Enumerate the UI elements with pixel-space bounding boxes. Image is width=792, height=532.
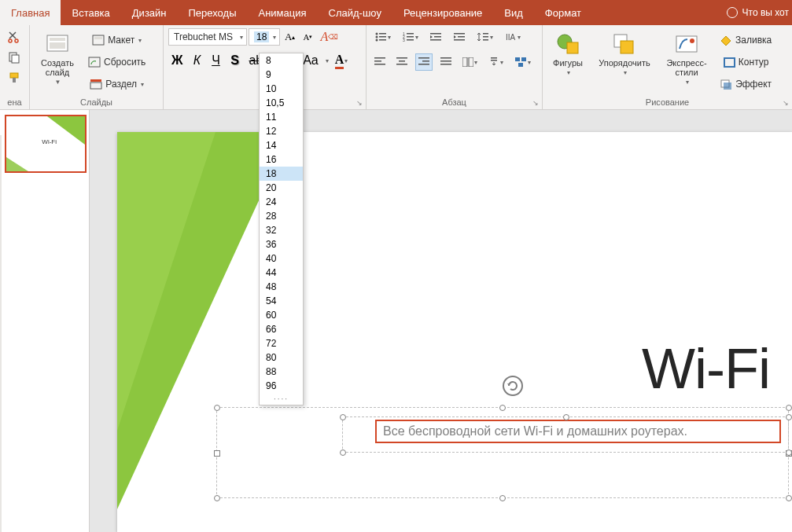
paragraph-dialog-launcher[interactable]: ↘	[531, 98, 540, 108]
font-dialog-launcher[interactable]: ↘	[355, 98, 364, 108]
font-size-option[interactable]: 48	[260, 280, 303, 294]
justify-button[interactable]	[437, 53, 455, 71]
underline-button[interactable]: Ч	[208, 52, 223, 69]
thumb-decoration	[6, 157, 28, 171]
reset-button[interactable]: Сбросить	[85, 53, 149, 71]
tab-view[interactable]: Вид	[493, 0, 534, 25]
increase-font-button[interactable]: A▴	[282, 28, 298, 46]
bullets-button[interactable]: ▾	[371, 28, 394, 46]
columns-button[interactable]: ▾	[459, 53, 481, 71]
selection-handle[interactable]	[214, 405, 220, 411]
font-size-option[interactable]: 44	[260, 266, 303, 280]
font-size-option[interactable]: 11	[260, 110, 303, 124]
tell-me[interactable]: Что вы хот	[727, 0, 789, 25]
font-size-option[interactable]: 20	[260, 181, 303, 195]
subtitle-textbox[interactable]: Все беспроводной сети Wi-Fi и домашних р…	[375, 420, 781, 443]
tab-format[interactable]: Формат	[534, 0, 592, 25]
font-size-option[interactable]: 14	[260, 138, 303, 152]
font-size-option[interactable]: 12	[260, 124, 303, 138]
align-text-button[interactable]: ▾	[485, 53, 507, 71]
tab-review[interactable]: Рецензирование	[392, 0, 493, 25]
slide-thumbnail-panel: Wi-Fi	[0, 110, 90, 532]
group-slides: Создать слайд ▼ Макет▾ Сбросить Раздел▾ …	[30, 25, 164, 109]
tab-design[interactable]: Дизайн	[121, 0, 178, 25]
font-size-option[interactable]: 8	[260, 53, 303, 68]
tab-insert[interactable]: Вставка	[61, 0, 120, 25]
tab-slideshow[interactable]: Слайд-шоу	[318, 0, 392, 25]
shape-effects-button[interactable]: Эффект	[717, 75, 775, 93]
slide-canvas-area[interactable]: Wi-Fi Все беспроводной сети Wi-Fi и дома…	[90, 110, 792, 532]
font-size-option[interactable]: 9	[260, 68, 303, 82]
tab-animation[interactable]: Анимация	[248, 0, 318, 25]
font-size-option[interactable]: 24	[260, 195, 303, 209]
font-color-button[interactable]: A▾	[332, 52, 352, 69]
clear-formatting-button[interactable]: A⌫	[317, 28, 341, 46]
svg-rect-23	[407, 36, 414, 38]
font-size-option[interactable]: 72	[260, 336, 303, 350]
increase-indent-button[interactable]	[450, 28, 469, 46]
smartart-button[interactable]: ▾	[511, 53, 534, 71]
font-size-dropdown[interactable]: 891010,511121416182024283236404448546066…	[259, 53, 304, 405]
slide-title[interactable]: Wi-Fi	[642, 336, 770, 401]
slide[interactable]: Wi-Fi Все беспроводной сети Wi-Fi и дома…	[117, 132, 792, 532]
quick-styles-button[interactable]: Экспресс-стили▾	[661, 28, 713, 96]
font-size-option[interactable]: 18	[260, 167, 303, 181]
selection-handle[interactable]	[340, 414, 346, 420]
font-size-option[interactable]: 28	[260, 209, 303, 223]
font-size-combo[interactable]: 18▾	[249, 28, 280, 46]
shape-outline-button[interactable]: Контур	[717, 53, 775, 71]
font-size-option[interactable]: 32	[260, 223, 303, 237]
font-family-combo[interactable]: Trebuchet MS▾	[168, 28, 247, 46]
italic-button[interactable]: К	[189, 52, 204, 69]
arrange-button[interactable]: Упорядочить▾	[593, 28, 656, 96]
selection-handle[interactable]	[786, 414, 792, 420]
selection-handle[interactable]	[214, 495, 220, 501]
new-slide-button[interactable]: Создать слайд ▼	[35, 28, 80, 96]
selection-handle[interactable]	[786, 495, 792, 501]
shapes-button[interactable]: Фигуры▾	[547, 28, 588, 96]
font-size-option[interactable]: 80	[260, 350, 303, 365]
font-size-option[interactable]: 10,5	[260, 96, 303, 110]
font-size-option[interactable]: 54	[260, 294, 303, 308]
font-size-option[interactable]: 40	[260, 251, 303, 266]
format-painter-button[interactable]	[5, 69, 24, 86]
selection-handle[interactable]	[563, 414, 569, 420]
line-spacing-button[interactable]: ▾	[473, 28, 496, 46]
tab-transitions[interactable]: Переходы	[178, 0, 248, 25]
layout-button[interactable]: Макет▾	[85, 31, 149, 49]
align-left-button[interactable]	[371, 53, 389, 71]
font-size-option[interactable]: 60	[260, 308, 303, 322]
selection-handle[interactable]	[786, 449, 792, 456]
align-center-button[interactable]	[393, 53, 411, 71]
font-size-option[interactable]: 16	[260, 152, 303, 167]
text-shadow-button[interactable]: S	[227, 52, 242, 69]
text-direction-button[interactable]: IIA▾	[501, 28, 524, 46]
selection-handle[interactable]	[214, 450, 220, 457]
numbering-button[interactable]: 123▾	[399, 28, 422, 46]
font-size-option[interactable]: 96	[260, 379, 303, 393]
tab-home[interactable]: Главная	[0, 0, 61, 25]
arrange-icon	[612, 31, 637, 57]
font-size-more[interactable]: ····	[260, 393, 303, 405]
cut-button[interactable]	[5, 28, 24, 46]
bold-button[interactable]: Ж	[168, 52, 186, 69]
font-size-option[interactable]: 88	[260, 365, 303, 379]
font-size-option[interactable]: 36	[260, 237, 303, 251]
selection-handle[interactable]	[340, 449, 346, 456]
font-size-option[interactable]: 10	[260, 82, 303, 96]
section-button[interactable]: Раздел▾	[85, 75, 149, 93]
svg-rect-27	[434, 36, 441, 38]
align-right-button[interactable]	[415, 53, 433, 71]
shape-fill-button[interactable]: Заливка	[717, 31, 775, 49]
selection-handle[interactable]	[499, 495, 506, 501]
selection-handle[interactable]	[786, 405, 792, 411]
selection-handle[interactable]	[499, 405, 506, 411]
drawing-dialog-launcher[interactable]: ↘	[781, 98, 790, 108]
rotate-handle[interactable]	[503, 376, 523, 396]
subtitle-text[interactable]: Все беспроводной сети Wi-Fi и домашних р…	[383, 424, 687, 438]
decrease-font-button[interactable]: A▾	[300, 28, 315, 46]
slide-thumbnail-1[interactable]: Wi-Fi	[5, 115, 87, 173]
font-size-option[interactable]: 66	[260, 322, 303, 336]
decrease-indent-button[interactable]	[426, 28, 445, 46]
copy-button[interactable]	[5, 49, 24, 66]
